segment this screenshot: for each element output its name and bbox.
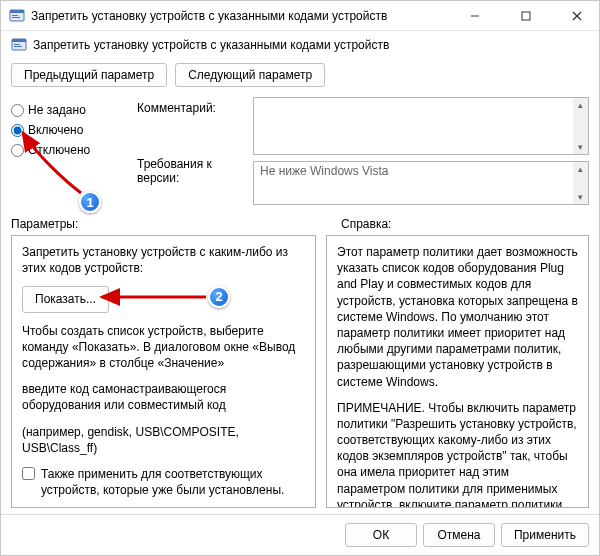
minimize-button[interactable] [452,1,497,31]
radio-disabled-label: Отключено [28,143,90,157]
comment-label: Комментарий: [137,101,247,115]
svg-rect-2 [12,15,18,16]
apply-button[interactable]: Применить [501,523,589,547]
cancel-button[interactable]: Отмена [423,523,495,547]
options-hint-3: (например, gendisk, USB\COMPOSITE, USB\C… [22,424,305,456]
radio-not-configured-input[interactable] [11,104,24,117]
radio-not-configured-label: Не задано [28,103,86,117]
radio-not-configured[interactable]: Не задано [11,103,131,117]
help-panel: Этот параметр политики дает возможность … [326,235,589,508]
radio-disabled-input[interactable] [11,144,24,157]
field-values: ▴▾ Не ниже Windows Vista ▴▾ [253,97,589,205]
annotation-arrow-2 [96,284,216,310]
comment-textarea[interactable]: ▴▾ [253,97,589,155]
help-label: Справка: [341,217,589,231]
also-apply-label: Также применить для соответствующих устр… [41,466,305,498]
subtitle-text: Запретить установку устройств с указанны… [33,38,389,52]
scrollbar[interactable]: ▴▾ [573,98,588,154]
policy-icon [9,8,25,24]
window: Запретить установку устройств с указанны… [0,0,600,556]
options-panel: Запретить установку устройств с каким-ли… [11,235,316,508]
state-grid: Не задано Включено Отключено Комментарий… [1,95,599,211]
svg-rect-3 [12,17,20,18]
svg-rect-10 [14,44,20,45]
nav-row: Предыдущий параметр Следующий параметр [1,59,599,95]
also-apply-checkbox[interactable] [22,467,35,480]
requirements-label: Требования к версии: [137,157,247,185]
parameters-label: Параметры: [11,217,331,231]
options-hint-1: Чтобы создать список устройств, выберите… [22,323,305,372]
state-radios: Не задано Включено Отключено [11,97,131,157]
window-title: Запретить установку устройств с указанны… [31,9,446,23]
titlebar: Запретить установку устройств с указанны… [1,1,599,31]
help-p2: ПРИМЕЧАНИЕ. Чтобы включить параметр поли… [337,400,578,508]
radio-disabled[interactable]: Отключено [11,143,131,157]
help-p1: Этот параметр политики дает возможность … [337,244,578,390]
also-apply-row[interactable]: Также применить для соответствующих устр… [22,466,305,498]
show-button[interactable]: Показать... [22,286,109,312]
radio-enabled[interactable]: Включено [11,123,131,137]
ok-button[interactable]: ОК [345,523,417,547]
next-setting-button[interactable]: Следующий параметр [175,63,325,87]
section-labels: Параметры: Справка: [1,211,599,233]
options-heading: Запретить установку устройств с каким-ли… [22,244,305,276]
panels: Запретить установку устройств с каким-ли… [1,233,599,514]
close-button[interactable] [554,1,599,31]
svg-rect-11 [14,46,22,47]
radio-enabled-input[interactable] [11,124,24,137]
maximize-button[interactable] [503,1,548,31]
radio-enabled-label: Включено [28,123,83,137]
scrollbar[interactable]: ▴▾ [573,162,588,204]
annotation-badge-2: 2 [208,286,230,308]
requirements-box: Не ниже Windows Vista ▴▾ [253,161,589,205]
requirements-value: Не ниже Windows Vista [260,164,389,178]
previous-setting-button[interactable]: Предыдущий параметр [11,63,167,87]
footer: ОК Отмена Применить [1,514,599,555]
policy-icon [11,37,27,53]
svg-rect-1 [10,10,24,13]
subtitle-row: Запретить установку устройств с указанны… [1,31,599,59]
svg-rect-5 [522,12,530,20]
annotation-badge-1: 1 [79,191,101,213]
svg-rect-9 [12,39,26,42]
options-hint-2: введите код самонастраивающегося оборудо… [22,381,305,413]
field-labels: Комментарий: Требования к версии: [137,97,247,185]
